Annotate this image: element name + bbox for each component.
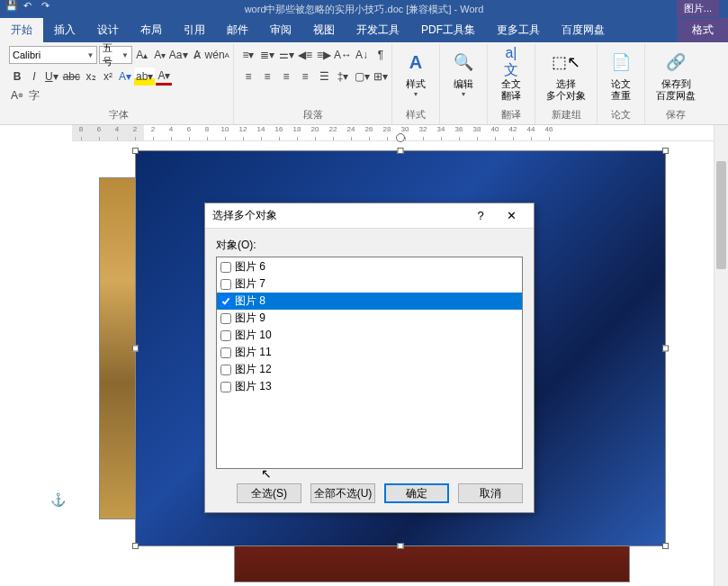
ribbon-tabs: 开始 插入 设计 布局 引用 邮件 审阅 视图 开发工具 PDF工具集 更多工具… [0, 18, 728, 42]
italic-button[interactable]: I [26, 68, 42, 86]
tab-mailings[interactable]: 邮件 [216, 18, 259, 42]
dialog-titlebar[interactable]: 选择多个对象 ? ✕ [205, 203, 534, 229]
tab-view[interactable]: 视图 [302, 18, 346, 42]
resize-handle-e[interactable] [662, 346, 669, 352]
sort-button[interactable]: A↓ [353, 46, 371, 64]
resize-handle-se[interactable] [662, 543, 669, 549]
tab-developer[interactable]: 开发工具 [346, 18, 410, 42]
char-border-button[interactable]: 字 [26, 86, 42, 104]
superscript-button[interactable]: x² [100, 68, 116, 86]
redo-icon[interactable]: ↷ [41, 0, 54, 13]
multilevel-list-button[interactable]: ⚌▾ [277, 46, 295, 64]
anchor-icon[interactable]: ⚓ [50, 492, 66, 507]
tab-design[interactable]: 设计 [86, 18, 130, 42]
picture-tools-context-tab[interactable]: 图片... [677, 0, 719, 17]
tab-home[interactable]: 开始 [0, 18, 43, 42]
cancel-button[interactable]: 取消 [458, 483, 523, 503]
tab-references[interactable]: 引用 [173, 18, 216, 42]
tab-more-tools[interactable]: 更多工具 [486, 18, 551, 42]
translate-group-label: 翻译 [493, 106, 529, 124]
translate-button[interactable]: a|⽂ 全文 翻译 [493, 46, 529, 101]
ruler-tick: 46 [540, 125, 558, 140]
list-item-checkbox[interactable] [220, 382, 231, 392]
phonetic-guide-button[interactable]: wénA [207, 46, 228, 64]
deselect-all-button[interactable]: 全部不选(U) [310, 483, 375, 503]
save-icon[interactable]: 💾 [5, 0, 18, 13]
change-case-button[interactable]: Aa▾ [170, 46, 187, 64]
tab-pdf-tools[interactable]: PDF工具集 [410, 18, 486, 42]
save-to-baidu-button[interactable]: 🔗 保存到 百度网盘 [651, 46, 701, 101]
tab-format[interactable]: 格式 [678, 18, 728, 42]
list-item[interactable]: 图片 8 [217, 293, 522, 310]
enclosed-char-button[interactable]: A⊕ [9, 86, 25, 104]
resize-handle-n[interactable] [398, 148, 404, 154]
align-center-button[interactable]: ≡ [258, 68, 276, 86]
shrink-font-button[interactable]: A▾ [152, 46, 168, 64]
list-item-checkbox[interactable] [220, 296, 231, 307]
font-group-label: 字体 [9, 106, 228, 124]
edit-button[interactable]: 🔍 编辑 ▾ [445, 46, 481, 98]
tab-baidu-netdisk[interactable]: 百度网盘 [551, 18, 616, 42]
resize-handle-nw[interactable] [132, 148, 139, 154]
list-item-checkbox[interactable] [220, 330, 231, 341]
list-item[interactable]: 图片 10 [217, 327, 522, 344]
thesis-check-button[interactable]: 📄 论文 查重 [603, 46, 639, 101]
help-button[interactable]: ? [465, 205, 496, 227]
close-button[interactable]: ✕ [496, 205, 526, 227]
ruler-tick: 44 [522, 125, 540, 140]
align-left-button[interactable]: ≡ [239, 68, 257, 86]
list-item[interactable]: 图片 13 [217, 378, 522, 395]
bullets-button[interactable]: ≡▾ [239, 46, 257, 64]
font-name-combo[interactable]: Calibri ▼ [9, 46, 97, 64]
highlight-button[interactable]: ab▾ [134, 68, 155, 86]
align-right-button[interactable]: ≡ [277, 68, 295, 86]
select-multiple-objects-button[interactable]: ⬚↖ 选择 多个对象 [541, 46, 591, 101]
shading-button[interactable]: ▢▾ [353, 68, 371, 86]
tab-insert[interactable]: 插入 [43, 18, 86, 42]
line-spacing-button[interactable]: ‡▾ [334, 68, 352, 86]
justify-button[interactable]: ≡ [296, 68, 314, 86]
objects-listbox[interactable]: 图片 6图片 7图片 8图片 9图片 10图片 11图片 12图片 13 [216, 257, 523, 469]
vertical-scrollbar[interactable] [714, 125, 728, 586]
ltr-button[interactable]: A↔ [334, 46, 352, 64]
resize-handle-w[interactable] [132, 346, 139, 352]
rotation-handle[interactable] [396, 133, 405, 142]
decrease-indent-button[interactable]: ◀≡ [296, 46, 314, 64]
grow-font-button[interactable]: A▴ [134, 46, 150, 64]
list-item-checkbox[interactable] [220, 347, 231, 358]
subscript-button[interactable]: x₂ [83, 68, 99, 86]
list-item[interactable]: 图片 9 [217, 310, 522, 327]
styles-group-label: 样式 [398, 106, 434, 124]
borders-button[interactable]: ⊞▾ [372, 68, 390, 86]
numbering-button[interactable]: ≣▾ [258, 46, 276, 64]
select-all-button[interactable]: 全选(S) [237, 483, 301, 503]
distribute-button[interactable]: ☰ [315, 68, 333, 86]
list-item-checkbox[interactable] [220, 365, 231, 375]
list-item[interactable]: 图片 11 [217, 344, 522, 361]
show-marks-button[interactable]: ¶ [372, 46, 390, 64]
list-item-checkbox[interactable] [220, 262, 231, 273]
list-item[interactable]: 图片 7 [217, 275, 522, 293]
strikethrough-button[interactable]: abc [61, 68, 82, 86]
resize-handle-sw[interactable] [132, 543, 139, 549]
resize-handle-ne[interactable] [662, 148, 669, 154]
clear-formatting-button[interactable]: A̷ [189, 46, 205, 64]
resize-handle-s[interactable] [398, 543, 404, 549]
bold-button[interactable]: B [9, 68, 25, 86]
scrollbar-thumb[interactable] [716, 161, 726, 269]
font-color-button[interactable]: A▾ [156, 68, 172, 86]
tab-review[interactable]: 审阅 [259, 18, 302, 42]
ok-button[interactable]: 确定 [384, 483, 449, 503]
list-item-checkbox[interactable] [220, 313, 231, 324]
list-item-checkbox[interactable] [220, 279, 231, 290]
styles-button[interactable]: A 样式 ▾ [398, 46, 434, 98]
increase-indent-button[interactable]: ≡▶ [315, 46, 333, 64]
undo-icon[interactable]: ↶ [23, 0, 36, 13]
list-item[interactable]: 图片 6 [217, 258, 522, 275]
underline-button[interactable]: U▾ [43, 68, 60, 86]
text-effects-button[interactable]: A▾ [117, 68, 133, 86]
list-item[interactable]: 图片 12 [217, 361, 522, 378]
tab-layout[interactable]: 布局 [130, 18, 173, 42]
list-item-label: 图片 6 [235, 259, 265, 275]
font-size-combo[interactable]: 五号 ▼ [99, 46, 131, 64]
